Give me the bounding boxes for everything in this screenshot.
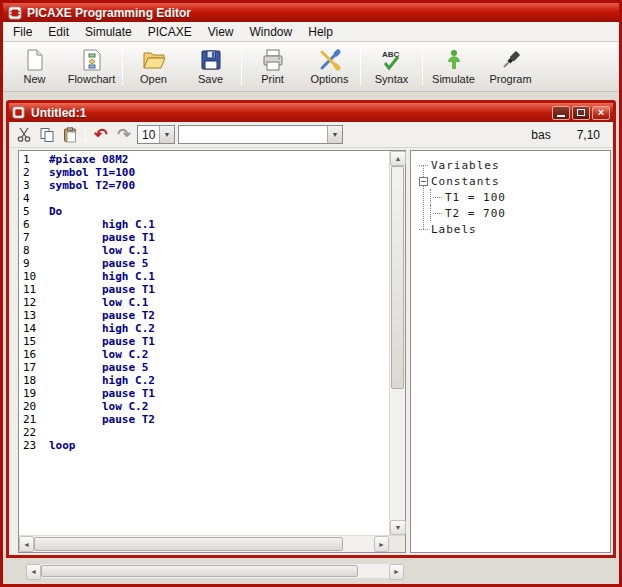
main-toolbar: NewFlowchartOpenSavePrintOptionsABCSynta… — [3, 42, 619, 92]
copy-button[interactable] — [37, 125, 57, 145]
close-icon: × — [598, 107, 604, 118]
code-line: pause 5 — [49, 361, 389, 374]
line-number: 15 — [23, 335, 45, 348]
minimize-button[interactable] — [552, 106, 570, 120]
line-number: 3 — [23, 179, 45, 192]
scroll-right-arrow[interactable]: ► — [374, 536, 389, 552]
line-number: 21 — [23, 413, 45, 426]
horizontal-scroll-thumb[interactable] — [41, 565, 358, 577]
document-window: Untitled:1 × ↶ ↷ — [6, 100, 616, 558]
mdi-area: Untitled:1 × ↶ ↷ — [3, 92, 619, 584]
code-line: loop — [49, 439, 389, 452]
toolbar-button-label: New — [23, 73, 45, 85]
syntax-button[interactable]: ABCSyntax — [363, 43, 420, 90]
menu-picaxe[interactable]: PICAXE — [140, 23, 200, 41]
code-line — [49, 426, 389, 439]
flowchart-button[interactable]: Flowchart — [63, 43, 120, 90]
toolbar-separator — [360, 48, 361, 85]
code-line: pause T1 — [49, 283, 389, 296]
program-icon — [499, 48, 523, 72]
tree-item-t2-700[interactable]: T2 = 700 — [430, 205, 608, 221]
workspace-bottom: ◄ ► — [6, 558, 616, 584]
tree-item-variables[interactable]: Variables — [417, 157, 608, 173]
main-titlebar[interactable]: PICAXE Programming Editor — [3, 3, 619, 22]
save-icon — [199, 48, 223, 72]
vertical-scroll-thumb[interactable] — [391, 166, 404, 389]
collapse-icon[interactable]: − — [419, 177, 428, 186]
syntax-check-icon: ABC — [380, 48, 404, 72]
document-icon — [12, 106, 26, 120]
tree-item-label: Constants — [431, 175, 500, 188]
menu-simulate[interactable]: Simulate — [77, 23, 140, 41]
symbol-browser-select[interactable]: ▼ — [178, 125, 343, 144]
scroll-down-arrow[interactable]: ▼ — [390, 520, 406, 535]
scroll-left-arrow[interactable]: ◄ — [26, 564, 41, 580]
options-icon — [318, 48, 342, 72]
close-button[interactable]: × — [592, 106, 610, 120]
code-line: low C.1 — [49, 244, 389, 257]
code-line: symbol T2=700 — [49, 179, 389, 192]
code-line: pause T1 — [49, 387, 389, 400]
document-toolbar: ↶ ↷ 10 ▼ ▼ bas 7,10 — [9, 122, 613, 148]
line-numbers: 1234567891011121314151617181920212223 — [19, 151, 45, 535]
paste-button[interactable] — [60, 125, 80, 145]
menu-help[interactable]: Help — [300, 23, 341, 41]
file-type-label: bas — [531, 128, 550, 142]
line-number: 11 — [23, 283, 45, 296]
simulate-icon — [442, 48, 466, 72]
tree-item-t1-100[interactable]: T1 = 100 — [430, 189, 608, 205]
horizontal-scroll-thumb[interactable] — [34, 537, 343, 551]
simulate-button[interactable]: Simulate — [425, 43, 482, 90]
scroll-left-arrow[interactable]: ◄ — [19, 536, 34, 552]
undo-button[interactable]: ↶ — [91, 125, 111, 145]
tree-item-constants[interactable]: −Constants — [417, 173, 608, 189]
line-number: 23 — [23, 439, 45, 452]
line-number: 2 — [23, 166, 45, 179]
redo-button[interactable]: ↷ — [114, 125, 134, 145]
toolbar-button-label: Options — [311, 73, 349, 85]
toolbar-button-label: Program — [489, 73, 531, 85]
document-titlebar[interactable]: Untitled:1 × — [9, 103, 613, 122]
cursor-position: 7,10 — [577, 128, 600, 142]
program-button[interactable]: Program — [482, 43, 539, 90]
menubar: FileEditSimulatePICAXEViewWindowHelp — [3, 22, 619, 42]
save-button[interactable]: Save — [182, 43, 239, 90]
line-number: 22 — [23, 426, 45, 439]
horizontal-scroll-track — [34, 536, 374, 552]
line-number: 14 — [23, 322, 45, 335]
menu-file[interactable]: File — [5, 23, 40, 41]
font-size-select[interactable]: 10 ▼ — [137, 125, 175, 144]
scroll-right-arrow[interactable]: ► — [389, 564, 404, 580]
code-line: pause T2 — [49, 309, 389, 322]
line-number: 10 — [23, 270, 45, 283]
options-button[interactable]: Options — [301, 43, 358, 90]
menu-edit[interactable]: Edit — [40, 23, 77, 41]
line-number: 13 — [23, 309, 45, 322]
toolbar-button-label: Syntax — [375, 73, 409, 85]
print-button[interactable]: Print — [244, 43, 301, 90]
new-button[interactable]: New — [6, 43, 63, 90]
editor-main: 1234567891011121314151617181920212223 #p… — [19, 151, 405, 535]
code-explorer: Variables−ConstantsT1 = 100T2 = 700Label… — [417, 157, 608, 237]
menu-window[interactable]: Window — [242, 23, 301, 41]
open-button[interactable]: Open — [125, 43, 182, 90]
line-number: 19 — [23, 387, 45, 400]
open-folder-icon — [142, 48, 166, 72]
tree-item-labels[interactable]: Labels — [417, 221, 608, 237]
code-editor: 1234567891011121314151617181920212223 #p… — [18, 150, 406, 553]
line-number: 6 — [23, 218, 45, 231]
cut-button[interactable] — [14, 125, 34, 145]
code-line: pause T1 — [49, 335, 389, 348]
menu-view[interactable]: View — [200, 23, 242, 41]
maximize-button[interactable] — [572, 106, 590, 120]
code-area[interactable]: #picaxe 08M2symbol T1=100symbol T2=700 D… — [45, 151, 389, 535]
editor-vertical-scrollbar: ▲ ▼ — [389, 151, 405, 535]
code-line: high C.2 — [49, 322, 389, 335]
code-line: pause T1 — [49, 231, 389, 244]
code-line: pause T2 — [49, 413, 389, 426]
code-explorer-panel: Variables−ConstantsT1 = 100T2 = 700Label… — [410, 150, 611, 553]
scroll-up-arrow[interactable]: ▲ — [390, 151, 406, 166]
picaxe-editor-window: PICAXE Programming Editor FileEditSimula… — [0, 0, 622, 587]
scrollbar-corner — [389, 536, 405, 552]
toolbar-separator — [122, 48, 123, 85]
